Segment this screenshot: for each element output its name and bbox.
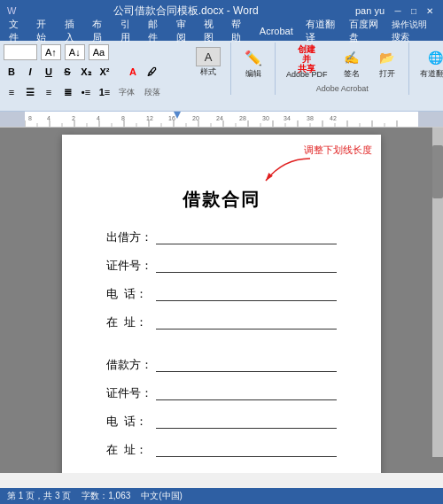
edit-button[interactable]: ✏️ 编辑 [237, 44, 269, 82]
sign-icon: ✍ [341, 47, 362, 68]
sign-button[interactable]: ✍ 签名 [336, 44, 368, 82]
adobe-group: 创建并共享 Adobe PDF ✍ 签名 📂 打开 Adobe Acrobat [276, 43, 409, 95]
menu-home[interactable]: 开始 [31, 16, 57, 46]
menu-review[interactable]: 审阅 [171, 16, 197, 46]
window-controls: ─ □ ✕ [392, 4, 436, 17]
edit-label: 编辑 [245, 68, 261, 80]
field-borrower-phone: 电 话： [106, 414, 337, 430]
status-page: 第 1 页，共 3 页 [7, 490, 71, 502]
adobe-label: Adobe Acrobat [316, 84, 369, 93]
document-page: 调整下划线长度 借款合同 出借方： 证件号： 电 话： [62, 135, 381, 473]
menu-file[interactable]: 文件 [4, 16, 29, 46]
annotation-arrow-svg [257, 154, 328, 190]
align-right-button[interactable]: ≡ [41, 84, 57, 100]
field-lender-id: 证件号： [106, 258, 337, 274]
translate-button[interactable]: 🌐 有道翻译 [416, 44, 443, 82]
close-button[interactable]: ✕ [424, 4, 436, 17]
field-borrower-line[interactable] [156, 358, 337, 372]
superscript-button[interactable]: X² [97, 64, 113, 80]
ribbon: 13.5 A↑ A↓ Aa B I U S X₂ X² A 🖊 ≡ ☰ [0, 41, 443, 112]
field-lender-phone-label: 电 话： [106, 286, 152, 302]
font-color-button[interactable]: A [125, 64, 141, 80]
field-borrower-id-line[interactable] [156, 386, 337, 400]
field-borrower-addr: 在 址： [106, 442, 337, 458]
svg-text:4: 4 [47, 115, 51, 121]
highlight-button[interactable]: 🖊 [144, 64, 159, 80]
font-style-button[interactable]: Aa [89, 44, 109, 60]
menu-view[interactable]: 视图 [198, 16, 224, 46]
status-bar: 第 1 页，共 3 页 字数：1,063 中文(中国) [0, 488, 443, 504]
field-lender-id-label: 证件号： [106, 258, 152, 274]
menu-bar: 文件 开始 插入 布局 引用 邮件 审阅 视图 帮助 Acrobat 有道翻译 … [0, 21, 443, 41]
edit-icon: ✏️ [243, 47, 264, 68]
field-borrower-id-label: 证件号： [106, 385, 152, 401]
field-lender-phone: 电 话： [106, 286, 337, 302]
field-lender: 出借方： [106, 229, 337, 245]
field-borrower-addr-line[interactable] [156, 443, 337, 457]
align-center-button[interactable]: ☰ [22, 84, 38, 100]
translate-group: 🌐 有道翻译 [410, 43, 443, 95]
document-title: 借款合同 [106, 188, 337, 212]
style-button[interactable]: A 样式 [191, 44, 225, 81]
svg-text:30: 30 [262, 115, 269, 121]
style-group: A 样式 [186, 43, 231, 95]
strikethrough-button[interactable]: S [59, 64, 75, 80]
edit-group: ✏️ 编辑 [232, 43, 276, 95]
menu-search[interactable]: 操作说明搜索 [386, 17, 439, 45]
field-lender-phone-line[interactable] [156, 287, 337, 301]
vertical-scrollbar[interactable] [432, 128, 443, 457]
number-button[interactable]: 1≡ [97, 84, 113, 100]
svg-text:28: 28 [239, 115, 246, 121]
field-lender-addr-line[interactable] [156, 315, 337, 330]
underline-button[interactable]: U [41, 64, 57, 80]
menu-layout[interactable]: 布局 [87, 16, 113, 46]
open-label: 打开 [379, 68, 395, 80]
svg-text:8: 8 [121, 115, 125, 121]
field-lender-line[interactable] [156, 230, 337, 244]
sign-label: 签名 [344, 68, 360, 80]
field-borrower-phone-label: 电 话： [106, 414, 152, 430]
minimize-button[interactable]: ─ [392, 4, 404, 17]
status-words: 字数：1,063 [82, 490, 130, 502]
svg-text:4: 4 [97, 115, 100, 121]
svg-text:42: 42 [330, 115, 337, 121]
scrollbar-thumb[interactable] [432, 145, 443, 198]
menu-references[interactable]: 引用 [115, 16, 141, 46]
create-pdf-button[interactable]: 创建并共享 Adobe PDF [282, 46, 332, 81]
italic-button[interactable]: I [22, 64, 38, 80]
field-borrower-addr-label: 在 址： [106, 442, 152, 458]
menu-mail[interactable]: 邮件 [143, 16, 168, 46]
menu-help[interactable]: 帮助 [226, 16, 252, 46]
bold-button[interactable]: B [4, 64, 19, 80]
status-lang: 中文(中国) [141, 490, 183, 502]
svg-text:20: 20 [192, 115, 199, 121]
font-size-input[interactable]: 13.5 [4, 44, 37, 60]
justify-button[interactable]: ≣ [59, 84, 75, 100]
field-lender-addr: 在 址： [106, 314, 337, 330]
open-icon: 📂 [377, 47, 398, 68]
align-left-button[interactable]: ≡ [4, 84, 19, 100]
menu-baidu[interactable]: 百度网盘 [344, 16, 385, 46]
svg-text:12: 12 [146, 115, 153, 121]
menu-translate[interactable]: 有道翻译 [300, 16, 342, 46]
menu-insert[interactable]: 插入 [59, 16, 85, 46]
document-paragraph: 借款方为扩大生产经营，向出借方借款，经双方友好协商，特订立本合同，以昭信守。 [106, 470, 337, 473]
svg-text:2: 2 [72, 115, 75, 121]
ruler-svg: 8 4 2 4 8 12 16 20 24 28 30 34 38 42 [25, 112, 418, 128]
field-lender-addr-label: 在 址： [106, 314, 152, 330]
font-decrease-button[interactable]: A↓ [65, 44, 85, 60]
svg-text:8: 8 [28, 115, 32, 121]
translate-label: 有道翻译 [420, 68, 443, 80]
style-icon: A [196, 47, 221, 66]
subscript-button[interactable]: X₂ [78, 64, 94, 80]
field-borrower-phone-line[interactable] [156, 415, 337, 429]
maximize-button[interactable]: □ [408, 4, 420, 17]
open-button[interactable]: 📂 打开 [371, 44, 403, 82]
field-lender-id-line[interactable] [156, 259, 337, 273]
svg-text:34: 34 [284, 115, 291, 121]
svg-text:24: 24 [216, 115, 223, 121]
bullet-button[interactable]: •≡ [78, 84, 94, 100]
section-gap [106, 343, 337, 357]
font-increase-button[interactable]: A↑ [41, 44, 61, 60]
menu-acrobat[interactable]: Acrobat [254, 24, 299, 38]
